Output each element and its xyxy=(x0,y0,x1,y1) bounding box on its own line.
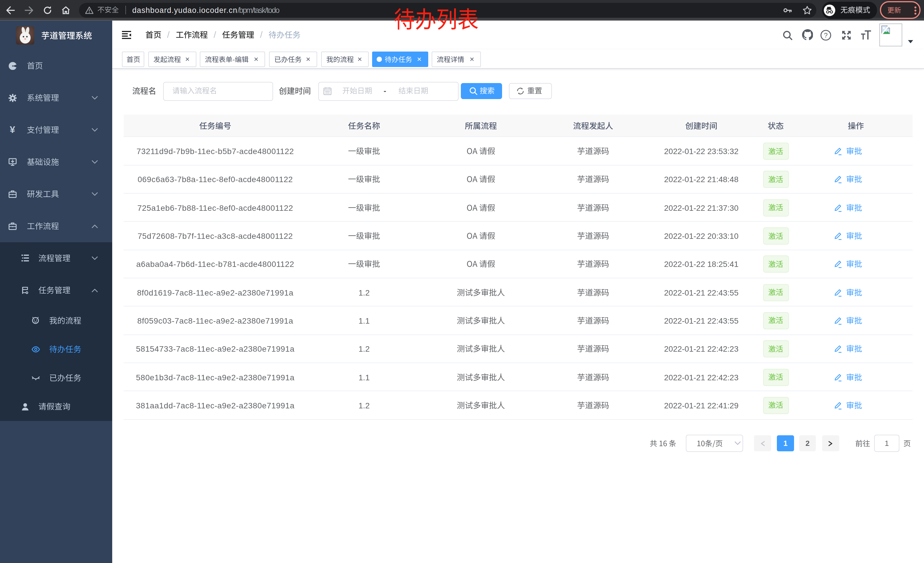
svg-text:?: ? xyxy=(824,32,828,39)
